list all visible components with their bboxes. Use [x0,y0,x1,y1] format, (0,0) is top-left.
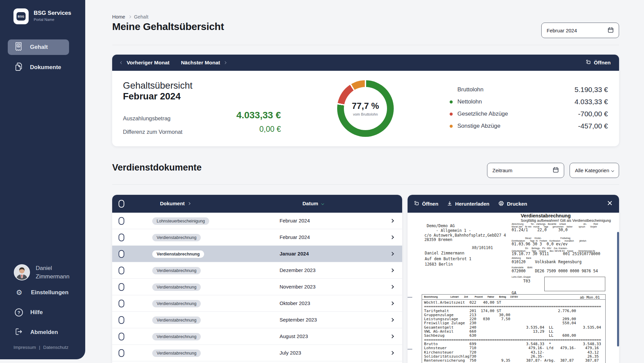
legend-label: Gesetzliche Abzüge [457,111,508,117]
row-checkbox[interactable] [119,333,124,340]
legend-label: Nettolohn [457,98,482,105]
table-row[interactable]: Verdienstabrechnung Februar 2024 [112,229,402,246]
legal-links: Impressum | Datenschutz [0,345,85,350]
sidebar-item-abmelden[interactable]: Abmelden [0,325,85,340]
legend-row: Nettolohn 4.033,33 € [450,96,608,108]
close-icon [607,201,612,207]
row-checkbox[interactable] [119,234,124,241]
payslip-info-value: 01.03.96 30 3 0,0 ev/ev [512,242,568,246]
salary-card-title: Gehaltsübersicht [123,80,192,91]
breadcrumb-home[interactable]: Home [112,14,125,20]
main-content: Home Gehalt Meine Gehaltsübersicht Febru… [112,0,619,363]
payslip-earnings-table: Bezeichnung Lohnart Zeit Prozent Faktor … [422,294,606,363]
document-preview-panel: Öffnen Herunterladen [408,195,619,363]
legend-row: Sonstige Abzüge -457,00 € [450,120,608,132]
earnings-columns: Bezeichnung Lohnart Zeit Prozent Faktor … [424,296,518,298]
legend-row: Gesetzliche Abzüge -700,00 € [450,108,608,120]
row-checkbox[interactable] [119,316,124,324]
column-header-dokument[interactable]: Dokument [160,201,190,206]
legend-label: Bruttolohn [457,86,484,93]
payslip-sender-address: Demo/Demo AG - Allgemein 1 - c/o Autower… [422,224,506,242]
chevron-left-icon [120,61,123,64]
breadcrumb-current: Gehalt [134,14,149,20]
table-row[interactable]: Verdienstabrechnung Oktober 2023 [112,295,402,312]
payout-value: 4.033,33 € [123,110,281,121]
table-row[interactable]: Verdienstabrechnung September 2023 [112,312,402,328]
close-preview-button[interactable] [607,201,612,207]
gear-icon: ⚙ [15,289,24,297]
next-month-button[interactable]: Nächster Monat [181,60,226,66]
print-button[interactable]: Drucken [498,201,527,207]
sidebar-item-label: Gehalt [30,44,48,51]
documents-table-header: Dokument Datum [112,195,402,213]
breadcrumb-chevron-icon [128,16,131,18]
sidebar-item-dokumente[interactable]: Dokumente [8,60,69,75]
documents-table-body: Lohnsteuerbescheinigung Februar 2024 Ver… [112,213,402,361]
row-checkbox[interactable] [119,250,124,258]
donut-center-label: vom Bruttolohn [353,112,378,116]
legend-dot [450,100,453,103]
user-name: Daniel Zimmermann [36,264,69,281]
table-row[interactable]: Verdienstabrechnung July 2023 [112,345,402,361]
row-checkbox[interactable] [119,349,124,357]
chevron-right-icon[interactable] [390,285,394,289]
chevron-right-icon[interactable] [390,334,394,338]
chevron-right-icon[interactable] [390,318,394,322]
datenschutz-link[interactable]: Datenschutz [43,345,68,350]
previous-month-button[interactable]: Vorheriger Monat [121,60,169,66]
impressum-link[interactable]: Impressum [13,345,36,350]
donut-center-value: 77,7 % [352,101,379,111]
chevron-right-icon[interactable] [390,252,394,255]
sidebar-item-gehalt[interactable]: € Gehalt [8,39,69,55]
logo-text: BSG [18,15,25,18]
chevron-right-icon[interactable] [390,219,394,222]
sort-down-chevron-icon [321,202,324,205]
documents-table: Dokument Datum Lohnsteuerbescheinigung F… [112,195,402,363]
table-row[interactable]: Verdienstabrechnung Dezember 2023 [112,262,402,279]
chevron-right-icon[interactable] [390,268,394,272]
table-row[interactable]: Verdienstabrechnung Januar 2024 [112,246,402,262]
row-checkbox[interactable] [119,300,124,307]
payslip-info-labels: Abteilung Bank [512,257,531,260]
chevron-right-icon[interactable] [390,301,394,305]
page-title: Meine Gehaltsübersicht [112,21,224,32]
sidebar-item-label: Dokumente [30,64,61,71]
download-button[interactable]: Herunterladen [447,201,489,207]
payslip-document: Demo/Demo AG - Allgemein 1 - c/o Autower… [408,213,619,363]
preview-scrollbar[interactable] [617,232,619,346]
month-picker-input[interactable]: Februar 2024 [541,23,619,38]
open-salary-button[interactable]: Öffnen [586,60,611,66]
avatar [14,264,30,280]
table-row[interactable]: Verdienstabrechnung November 2023 [112,279,402,295]
sidebar-item-einstellungen[interactable]: ⚙ Einstellungen [0,285,85,300]
document-date: Oktober 2023 [280,300,310,306]
legend-value: -457,00 € [578,122,608,130]
row-checkbox[interactable] [119,217,124,225]
table-row[interactable]: Lohnsteuerbescheinigung Februar 2024 [112,213,402,229]
payslip-info-labels: Steuer Kinder- Freibetrag Eintrittsdatum… [512,237,586,242]
row-checkbox[interactable] [119,283,124,291]
table-row[interactable]: Verdienstabrechnung August 2023 [112,328,402,345]
chevron-right-icon[interactable] [390,351,394,355]
payslip-info-value: 01.24/1 22,0 30,0 [512,228,568,232]
user-profile[interactable]: Daniel Zimmermann [0,264,85,281]
document-date: Februar 2024 [280,218,310,223]
column-header-datum[interactable]: Datum [302,201,324,206]
document-type-badge: Verdienstabrechnung [152,283,201,291]
period-filter-input[interactable]: Zeitraum [487,163,564,178]
document-type-badge: Verdienstabrechnung [152,267,201,274]
sort-chevron-icon [188,202,190,205]
payslip-info-labels: Lohn-/Geh.-Gruppe [512,276,530,278]
document-type-badge: Verdienstabrechnung [152,350,201,357]
net-ratio-donut-chart: 77,7 % vom Bruttolohn [337,80,394,137]
fold-mark [408,349,412,350]
row-checkbox[interactable] [119,267,124,274]
brand: BSG BSG Services Portal Name [0,0,85,24]
category-filter-select[interactable]: Alle Kategorien [570,163,619,178]
select-all-checkbox[interactable] [119,200,124,208]
chevron-right-icon[interactable] [390,235,394,239]
legend-value: 4.033,33 € [575,98,608,106]
payslip-subtitle: Sorgfältig aufbewahren! Gilt als Verdien… [521,218,611,222]
preview-open-button[interactable]: Öffnen [414,201,438,207]
sidebar-item-hilfe[interactable]: ? Hilfe [0,305,85,320]
